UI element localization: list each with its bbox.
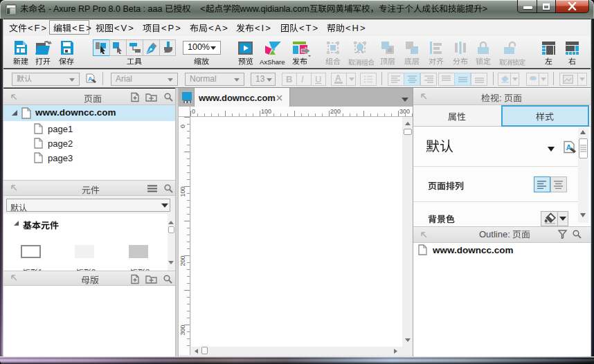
svg-text:A: A bbox=[88, 75, 93, 82]
svg-text:A: A bbox=[566, 143, 572, 152]
